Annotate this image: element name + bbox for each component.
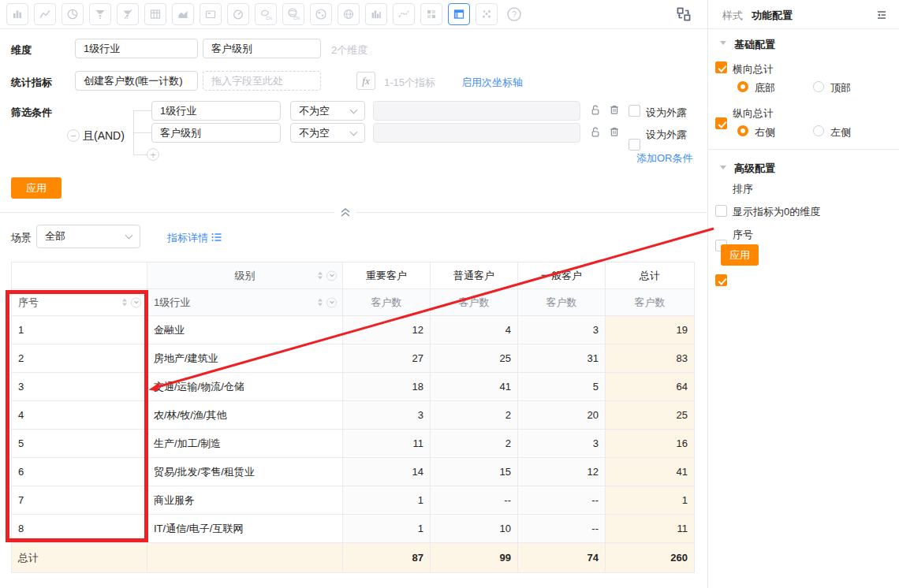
cell-industry: 金融业 (147, 316, 343, 344)
column-header-industry[interactable]: 1级行业 (147, 289, 343, 316)
chevron-down-icon (125, 232, 133, 240)
apply-button[interactable]: 应用 (11, 177, 62, 199)
svg-text:CN: CN (293, 16, 300, 20)
map-china-icon[interactable]: CN (255, 3, 277, 25)
table-header-row-top: 级别 重要客户 普通客户 一般客户 总计 (12, 262, 695, 289)
lock-icon[interactable] (589, 103, 602, 116)
bar-chart-icon[interactable] (6, 3, 28, 25)
table-row: 2 房地产/建筑业 27 25 31 83 (12, 344, 695, 373)
cell-value: 12 (343, 316, 431, 344)
column-header-important[interactable]: 重要客户 (343, 262, 431, 289)
add-condition-button[interactable]: + (147, 148, 159, 161)
column-header-level[interactable]: 级别 (147, 262, 343, 289)
cell-total: 16 (606, 430, 695, 458)
secondary-axis-link[interactable]: 启用次坐标轴 (461, 76, 523, 90)
table-grid-icon[interactable] (144, 3, 166, 25)
filter-operator-select-1[interactable]: 不为空 (290, 101, 365, 121)
measure-header[interactable]: 客户数 (343, 289, 431, 316)
column-header-general[interactable]: 一般客户 (518, 262, 606, 289)
expose-checkbox-1[interactable] (629, 105, 640, 117)
cell-value: 11 (343, 430, 431, 458)
scene-select[interactable]: 全部 (36, 225, 140, 248)
collapse-config-icon[interactable] (339, 207, 352, 218)
column-menu-icon[interactable] (326, 270, 337, 281)
section-collapse-icon[interactable] (720, 41, 726, 45)
cell-value: 41 (431, 373, 518, 401)
map-world-icon[interactable] (310, 3, 332, 25)
histogram-icon[interactable] (365, 3, 387, 25)
pivot-table-icon[interactable] (448, 3, 470, 25)
expose-checkbox-2[interactable] (629, 139, 640, 151)
add-or-condition-link[interactable]: 添加OR条件 (636, 151, 693, 166)
tab-style[interactable]: 样式 (722, 9, 743, 23)
filter-operator-select-2[interactable]: 不为空 (290, 123, 365, 143)
cell-industry: 生产/加工/制造 (147, 430, 343, 458)
cell-index: 7 (12, 486, 147, 515)
column-header-normal[interactable]: 普通客户 (431, 262, 518, 289)
gauge-icon[interactable] (227, 3, 249, 25)
table-row: 6 贸易/批发/零售/租赁业 14 15 12 41 (12, 458, 695, 486)
globe-icon[interactable] (338, 3, 360, 25)
scene-label: 场景 (11, 231, 32, 245)
serial-number-checkbox[interactable] (715, 274, 727, 286)
column-total-checkbox[interactable] (715, 117, 727, 129)
metric-detail-link[interactable]: 指标详情 (167, 231, 208, 245)
radio-top[interactable] (813, 81, 824, 92)
tab-function-config[interactable]: 功能配置 (752, 9, 793, 23)
lock-icon[interactable] (589, 125, 602, 138)
panel-apply-button[interactable]: 应用 (721, 244, 759, 266)
radio-right[interactable] (737, 125, 748, 136)
section-collapse-icon[interactable] (720, 166, 726, 169)
metric-label: 统计指标 (11, 76, 52, 90)
collapse-panel-icon[interactable] (875, 9, 888, 21)
table-row: 7 商业服务 1 -- -- 1 (12, 486, 695, 515)
column-menu-icon[interactable] (326, 297, 337, 307)
trash-icon[interactable] (608, 125, 621, 138)
cell-value: 2 (431, 430, 518, 458)
line-chart-icon[interactable] (34, 3, 56, 25)
metric-field[interactable]: 创建客户数(唯一计数) (75, 71, 198, 91)
radio-left[interactable] (813, 125, 824, 136)
cell-value: 1 (343, 486, 431, 515)
table-body: 1 金融业 12 4 3 19 2 房地产/建筑业 27 25 31 83 (12, 316, 695, 543)
map-china-globe-icon[interactable]: CN (282, 3, 304, 25)
matrix-icon[interactable] (420, 3, 442, 25)
column-menu-icon[interactable] (131, 297, 141, 307)
card-icon[interactable] (200, 3, 222, 25)
pivot-table: 级别 重要客户 普通客户 一般客户 总计 序号 1级行业 客户数 客户数 (11, 262, 695, 573)
trash-icon[interactable] (608, 103, 621, 116)
cell-value: 25 (431, 344, 518, 373)
scatter-icon[interactable] (476, 3, 498, 25)
sort-controls[interactable] (318, 270, 337, 281)
funnel-compare-icon[interactable] (117, 3, 139, 25)
metric-drop-zone[interactable]: 拖入字段至此处 (203, 71, 321, 91)
remove-and-group-button[interactable]: − (67, 129, 80, 142)
funnel-icon[interactable] (89, 3, 111, 25)
sort-controls[interactable] (122, 297, 141, 307)
measure-header[interactable]: 客户数 (606, 289, 695, 316)
metric-detail-list-icon[interactable] (211, 232, 222, 243)
measure-header[interactable]: 客户数 (518, 289, 606, 316)
help-icon[interactable]: ? (503, 3, 525, 25)
pie-chart-icon[interactable] (62, 3, 84, 25)
area-chart-icon[interactable] (172, 3, 194, 25)
table-header-row-sub: 序号 1级行业 客户数 客户数 客户数 客户数 (12, 289, 695, 316)
radio-bottom[interactable] (737, 81, 748, 92)
filter-field-2[interactable]: 客户级别 (151, 123, 281, 143)
fx-formula-button[interactable]: fx (356, 72, 375, 90)
measure-header[interactable]: 客户数 (431, 289, 518, 316)
sort-checkbox[interactable] (715, 205, 727, 217)
column-header-index[interactable]: 序号 (12, 289, 147, 316)
dimension-field-2[interactable]: 客户级别 (203, 39, 321, 58)
row-total-checkbox[interactable] (715, 61, 727, 73)
cell-total: 11 (606, 515, 695, 543)
swap-rows-columns-icon[interactable] (675, 6, 692, 23)
sort-controls[interactable] (318, 297, 337, 307)
dimension-field-1[interactable]: 1级行业 (75, 39, 198, 58)
line-chart-alt-icon[interactable] (393, 3, 415, 25)
column-header-total[interactable]: 总计 (606, 262, 695, 289)
cell-total: 64 (606, 373, 695, 401)
cell-index: 2 (12, 344, 147, 373)
cell-index: 5 (12, 430, 147, 458)
filter-field-1[interactable]: 1级行业 (151, 101, 281, 121)
